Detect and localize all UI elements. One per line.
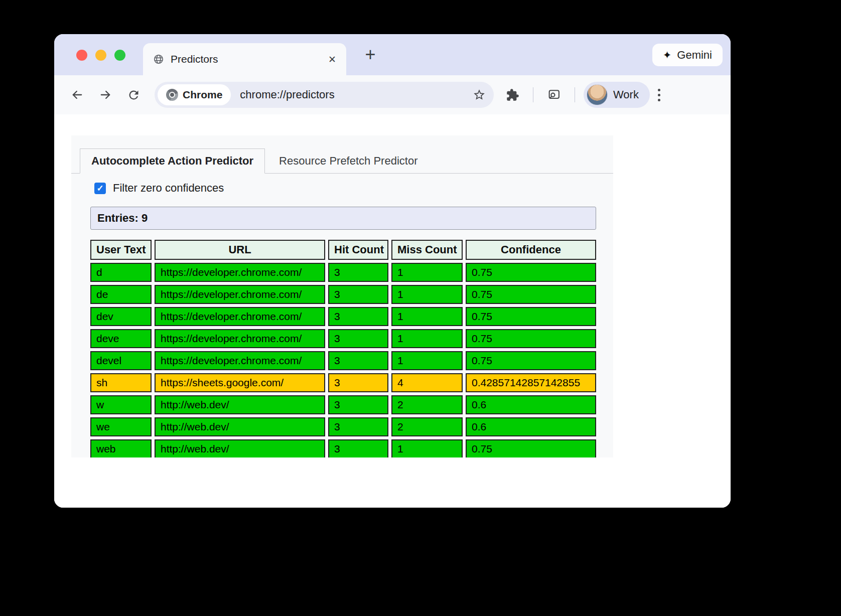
header-url: URL <box>155 240 325 260</box>
profile-avatar <box>587 84 608 105</box>
page-content: Autocomplete Action Predictor Resource P… <box>54 135 731 508</box>
predictor-table-body: d https://developer.chrome.com/ 3 1 0.75… <box>90 263 596 457</box>
cell-confidence: 0.42857142857142855 <box>466 373 596 392</box>
profile-name: Work <box>613 88 639 101</box>
cell-hit-count: 3 <box>328 285 388 304</box>
cell-url: http://web.dev/ <box>155 439 325 457</box>
cell-url: https://sheets.google.com/ <box>155 373 325 392</box>
cell-url: http://web.dev/ <box>155 417 325 436</box>
cell-user-text: sh <box>90 373 152 392</box>
cell-user-text: web <box>90 439 152 457</box>
forward-button[interactable] <box>94 83 117 106</box>
table-row: web http://web.dev/ 3 1 0.75 <box>90 439 596 457</box>
cell-hit-count: 3 <box>328 395 388 414</box>
cell-url: https://developer.chrome.com/ <box>155 351 325 370</box>
gemini-button[interactable]: ✦ Gemini <box>652 44 723 66</box>
table-row: w http://web.dev/ 3 2 0.6 <box>90 395 596 414</box>
cell-user-text: d <box>90 263 152 282</box>
cell-user-text: we <box>90 417 152 436</box>
cell-confidence: 0.75 <box>466 285 596 304</box>
header-miss-count: Miss Count <box>391 240 463 260</box>
cell-hit-count: 3 <box>328 263 388 282</box>
table-row: we http://web.dev/ 3 2 0.6 <box>90 417 596 436</box>
cell-url: https://developer.chrome.com/ <box>155 285 325 304</box>
tab-title: Predictors <box>171 53 322 65</box>
filter-label: Filter zero confidences <box>113 182 224 195</box>
cell-miss-count: 2 <box>391 395 463 414</box>
cell-miss-count: 1 <box>391 285 463 304</box>
cell-hit-count: 3 <box>328 351 388 370</box>
browser-window: Predictors ✕ + ✦ Gemini C <box>54 34 731 508</box>
extensions-button[interactable] <box>501 83 524 106</box>
cell-confidence: 0.75 <box>466 439 596 457</box>
cell-hit-count: 3 <box>328 329 388 348</box>
table-row: d https://developer.chrome.com/ 3 1 0.75 <box>90 263 596 282</box>
cell-miss-count: 4 <box>391 373 463 392</box>
entries-count: Entries: 9 <box>90 207 596 230</box>
table-row: de https://developer.chrome.com/ 3 1 0.7… <box>90 285 596 304</box>
globe-icon <box>153 54 164 65</box>
cell-miss-count: 1 <box>391 263 463 282</box>
table-row: deve https://developer.chrome.com/ 3 1 0… <box>90 329 596 348</box>
table-row: dev https://developer.chrome.com/ 3 1 0.… <box>90 307 596 326</box>
tab-search-button[interactable] <box>542 83 566 106</box>
header-hit-count: Hit Count <box>328 240 388 260</box>
gemini-spark-icon: ✦ <box>663 49 672 61</box>
cell-confidence: 0.6 <box>466 395 596 414</box>
traffic-lights <box>76 50 125 61</box>
header-confidence: Confidence <box>466 240 596 260</box>
tab-close-icon[interactable]: ✕ <box>328 54 336 65</box>
filter-checkbox[interactable] <box>94 183 106 194</box>
cell-confidence: 0.75 <box>466 263 596 282</box>
reload-button[interactable] <box>122 83 145 106</box>
cell-confidence: 0.6 <box>466 417 596 436</box>
tab-strip: Predictors ✕ + ✦ Gemini <box>54 34 731 75</box>
url-text: chrome://predictors <box>240 88 334 101</box>
new-tab-button[interactable]: + <box>358 43 382 67</box>
browser-tab-predictors[interactable]: Predictors ✕ <box>143 43 346 75</box>
cell-url: https://developer.chrome.com/ <box>155 263 325 282</box>
filter-row: Filter zero confidences <box>94 182 613 195</box>
address-bar[interactable]: Chrome chrome://predictors <box>155 82 494 108</box>
tab-autocomplete-action-predictor[interactable]: Autocomplete Action Predictor <box>80 148 265 174</box>
cell-miss-count: 2 <box>391 417 463 436</box>
cell-user-text: w <box>90 395 152 414</box>
cell-confidence: 0.75 <box>466 329 596 348</box>
cell-miss-count: 1 <box>391 351 463 370</box>
cell-user-text: dev <box>90 307 152 326</box>
predictors-panel: Autocomplete Action Predictor Resource P… <box>71 135 613 457</box>
cell-url: http://web.dev/ <box>155 395 325 414</box>
close-window-button[interactable] <box>76 50 87 61</box>
tab-resource-prefetch-predictor[interactable]: Resource Prefetch Predictor <box>265 149 432 173</box>
table-header-row: User Text URL Hit Count Miss Count Confi… <box>90 240 596 260</box>
toolbar-divider <box>533 87 533 102</box>
chrome-badge-label: Chrome <box>183 89 222 101</box>
table-row: devel https://developer.chrome.com/ 3 1 … <box>90 351 596 370</box>
cell-hit-count: 3 <box>328 439 388 457</box>
cell-miss-count: 1 <box>391 329 463 348</box>
gemini-label: Gemini <box>677 49 712 62</box>
cell-user-text: deve <box>90 329 152 348</box>
cell-miss-count: 1 <box>391 307 463 326</box>
back-button[interactable] <box>66 83 89 106</box>
chrome-logo-icon <box>166 89 178 101</box>
minimize-window-button[interactable] <box>95 50 106 61</box>
cell-confidence: 0.75 <box>466 351 596 370</box>
header-user-text: User Text <box>90 240 152 260</box>
cell-url: https://developer.chrome.com/ <box>155 307 325 326</box>
chrome-badge[interactable]: Chrome <box>158 84 231 105</box>
zoom-window-button[interactable] <box>114 50 125 61</box>
predictor-table: User Text URL Hit Count Miss Count Confi… <box>87 237 599 457</box>
predictor-tab-bar: Autocomplete Action Predictor Resource P… <box>71 148 613 174</box>
profile-chip[interactable]: Work <box>584 82 650 108</box>
cell-confidence: 0.75 <box>466 307 596 326</box>
cell-hit-count: 3 <box>328 417 388 436</box>
browser-menu-button[interactable] <box>658 89 660 101</box>
cell-hit-count: 3 <box>328 307 388 326</box>
cell-user-text: de <box>90 285 152 304</box>
navigation-bar: Chrome chrome://predictors <box>54 75 731 114</box>
bookmark-star-icon[interactable] <box>473 88 486 101</box>
toolbar-divider <box>575 87 575 102</box>
cell-url: https://developer.chrome.com/ <box>155 329 325 348</box>
cell-hit-count: 3 <box>328 373 388 392</box>
